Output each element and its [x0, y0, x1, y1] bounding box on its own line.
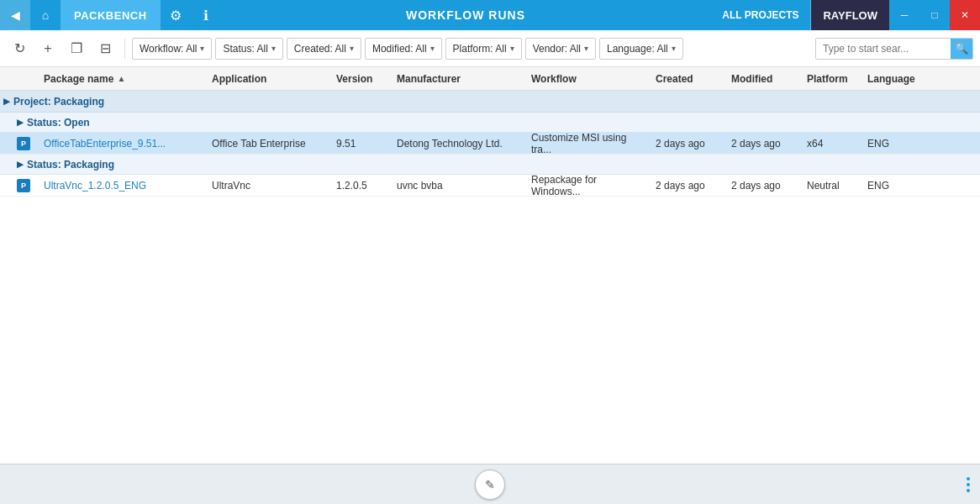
- window-controls: ─ □ ✕: [889, 0, 980, 30]
- minimize-icon: ─: [901, 9, 909, 21]
- home-icon: ⌂: [42, 8, 49, 22]
- row2-created: 2 days ago: [649, 180, 724, 192]
- row2-icon: P: [17, 179, 37, 192]
- gear-icon: ⚙: [170, 8, 182, 24]
- gear-button[interactable]: ⚙: [161, 0, 191, 30]
- edit-fab-button[interactable]: ✎: [475, 470, 505, 500]
- close-icon: ✕: [961, 9, 969, 21]
- row1-version: 9.51: [329, 138, 390, 150]
- col-modified-header[interactable]: Modified: [724, 73, 800, 85]
- col-version-header[interactable]: Version: [329, 73, 390, 85]
- workflow-filter-label: Workflow: All: [140, 43, 197, 55]
- dot3: [967, 489, 970, 492]
- copy-button[interactable]: ❐: [64, 36, 89, 61]
- row2-platform: Neutral: [800, 180, 861, 192]
- table-area: Package name ▲ Application Version Manuf…: [0, 67, 980, 464]
- col-platform-header[interactable]: Platform: [800, 73, 861, 85]
- created-filter-caret: ▾: [350, 44, 354, 53]
- modified-filter[interactable]: Modified: All ▾: [365, 38, 442, 60]
- language-filter-caret: ▾: [672, 44, 676, 53]
- table-row[interactable]: P UltraVnc_1.2.0.5_ENG UltraVnc 1.2.0.5 …: [0, 175, 980, 197]
- maximize-button[interactable]: □: [919, 0, 950, 30]
- col-created-header[interactable]: Created: [649, 73, 724, 85]
- workflow-filter[interactable]: Workflow: All ▾: [132, 38, 212, 60]
- packbench-tab[interactable]: PACKBENCH: [61, 0, 161, 30]
- row1-created: 2 days ago: [649, 138, 724, 150]
- toolbar-separator: [124, 39, 125, 59]
- row2-version: 1.2.0.5: [329, 180, 390, 192]
- row2-language: ENG: [861, 180, 921, 192]
- row2-manufacturer: uvnc bvba: [390, 180, 524, 192]
- row2-application: UltraVnc: [205, 180, 329, 192]
- package-header-label: Package name: [44, 73, 113, 85]
- package-icon: P: [17, 179, 30, 192]
- search-button[interactable]: 🔍: [951, 38, 972, 60]
- refresh-icon: ↻: [14, 40, 25, 56]
- row1-platform: x64: [800, 138, 861, 150]
- home-button[interactable]: ⌂: [30, 0, 61, 30]
- back-button[interactable]: ◀: [0, 0, 30, 30]
- project-group-header[interactable]: ▶ Project: Packaging: [0, 91, 980, 113]
- status-open-label: Status: Open: [27, 117, 90, 129]
- row1-workflow: Customize MSI using tra...: [524, 132, 649, 155]
- status-filter[interactable]: Status: All ▾: [215, 38, 282, 60]
- project-expand-icon: ▶: [3, 97, 10, 106]
- status-packaging-label: Status: Packaging: [27, 159, 114, 171]
- row2-workflow: Repackage for Windows...: [524, 174, 649, 197]
- workflow-filter-caret: ▾: [200, 44, 204, 53]
- platform-filter-label: Platform: All: [453, 43, 507, 55]
- created-filter[interactable]: Created: All ▾: [287, 38, 361, 60]
- rayflow-button[interactable]: RAYFLOW: [811, 0, 889, 30]
- search-icon: 🔍: [955, 42, 968, 55]
- row1-language: ENG: [861, 138, 921, 150]
- row2-modified: 2 days ago: [724, 180, 800, 192]
- modified-filter-label: Modified: All: [372, 43, 427, 55]
- vendor-filter-label: Vendor: All: [533, 43, 581, 55]
- copy-icon: ❐: [71, 40, 82, 56]
- row1-modified: 2 days ago: [724, 138, 800, 150]
- toolbar: ↻ + ❐ ⊟ Workflow: All ▾ Status: All ▾ Cr…: [0, 30, 980, 67]
- vendor-filter[interactable]: Vendor: All ▾: [525, 38, 596, 60]
- back-icon: ◀: [11, 8, 20, 22]
- project-group-label: Project: Packaging: [13, 96, 104, 108]
- package-icon: P: [17, 137, 30, 150]
- col-language-header[interactable]: Language: [861, 73, 921, 85]
- platform-filter-caret: ▾: [510, 44, 514, 53]
- modified-filter-caret: ▾: [430, 44, 435, 53]
- col-manufacturer-header[interactable]: Manufacturer: [390, 73, 524, 85]
- layout-button[interactable]: ⊟: [92, 36, 118, 61]
- search-input[interactable]: [816, 39, 951, 59]
- col-workflow-header[interactable]: Workflow: [524, 73, 649, 85]
- row1-manufacturer: Detong Technology Ltd.: [390, 138, 524, 150]
- add-button[interactable]: +: [35, 36, 61, 61]
- status-filter-label: Status: All: [223, 43, 267, 55]
- all-projects-button[interactable]: ALL PROJECTS: [710, 0, 811, 30]
- col-application-header[interactable]: Application: [205, 73, 329, 85]
- language-filter[interactable]: Language: All ▾: [599, 38, 683, 60]
- add-icon: +: [44, 41, 51, 56]
- edit-icon: ✎: [485, 478, 495, 491]
- dot2: [967, 483, 970, 486]
- row2-package: UltraVnc_1.2.0.5_ENG: [37, 180, 205, 192]
- table-row[interactable]: P OfficeTabEnterprise_9.51... Office Tab…: [0, 133, 980, 155]
- info-button[interactable]: ℹ: [191, 0, 221, 30]
- window-title: WORKFLOW RUNS: [221, 8, 711, 22]
- more-options-button[interactable]: [967, 477, 970, 492]
- maximize-icon: □: [931, 9, 937, 21]
- nav-section: ◀ ⌂ PACKBENCH ⚙ ℹ: [0, 0, 221, 30]
- status-packaging-expand-icon: ▶: [17, 160, 24, 169]
- status-open-header[interactable]: ▶ Status: Open: [0, 113, 980, 133]
- refresh-button[interactable]: ↻: [7, 36, 32, 61]
- platform-filter[interactable]: Platform: All ▾: [445, 38, 522, 60]
- row1-application: Office Tab Enterprise: [205, 138, 329, 150]
- dot1: [967, 477, 970, 480]
- layout-icon: ⊟: [100, 40, 111, 56]
- col-package-header[interactable]: Package name ▲: [37, 73, 205, 85]
- status-packaging-header[interactable]: ▶ Status: Packaging: [0, 155, 980, 175]
- footer: ✎: [0, 464, 980, 504]
- info-icon: ℹ: [203, 8, 208, 24]
- close-button[interactable]: ✕: [950, 0, 980, 30]
- language-filter-label: Language: All: [607, 43, 668, 55]
- created-filter-label: Created: All: [294, 43, 346, 55]
- minimize-button[interactable]: ─: [889, 0, 919, 30]
